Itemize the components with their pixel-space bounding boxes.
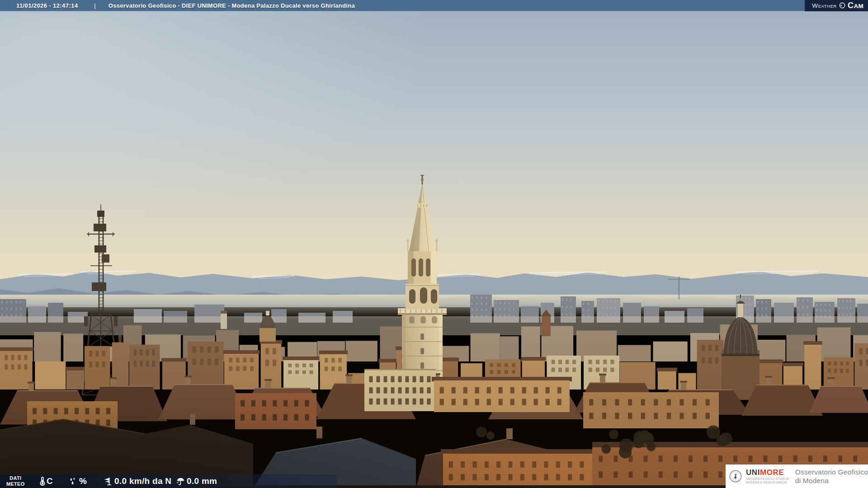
webcam-page: 11/01/2026 - 12:47:14 | Osservatorio Geo… bbox=[0, 0, 868, 488]
camera-title: Osservatorio Geofisico - DIEF UNIMORE - … bbox=[108, 2, 355, 9]
umbrella-icon bbox=[175, 476, 185, 486]
wind-value: 0.0 km/h da N bbox=[114, 474, 171, 488]
humidity-value: % bbox=[79, 474, 87, 488]
brand-subtitle: UNIVERSITÀ DEGLI STUDI DI MODENA E REGGI… bbox=[746, 477, 789, 483]
weathercam-part2: Cam bbox=[848, 1, 863, 10]
separator: | bbox=[94, 2, 95, 9]
observatory-name: Osservatorio Geofisico di Modena bbox=[795, 468, 868, 485]
light-veil bbox=[0, 285, 868, 488]
weathercam-part1: Weather bbox=[812, 2, 837, 9]
brand-more: MORE bbox=[760, 468, 784, 477]
unimore-seal-icon: 1175 bbox=[729, 467, 742, 486]
unimore-brand: UNIMORE UNIVERSITÀ DEGLI STUDI DI MODENA… bbox=[746, 469, 789, 483]
topbar: 11/01/2026 - 12:47:14 | Osservatorio Geo… bbox=[0, 0, 868, 11]
svg-text:1175: 1175 bbox=[735, 479, 737, 481]
dati-meteo-label: DATI METEO bbox=[6, 475, 25, 487]
datetime-text: 11/01/2026 - 12:47:14 bbox=[16, 2, 78, 9]
webcam-photo bbox=[0, 0, 868, 488]
temperature-value: C bbox=[47, 474, 53, 488]
brand-uni: UNI bbox=[746, 468, 760, 477]
weathercam-logo[interactable]: Weather Cam bbox=[805, 0, 868, 11]
rain-value: 0.0 mm bbox=[187, 474, 217, 488]
thermometer-icon bbox=[37, 476, 47, 486]
meteobar: DATI METEO C % 0.0 km/h da N 0. bbox=[0, 474, 337, 488]
unimore-logo[interactable]: 1175 UNIMORE UNIVERSITÀ DEGLI STUDI DI M… bbox=[726, 465, 868, 488]
droplets-icon bbox=[68, 476, 78, 486]
wind-flag-icon bbox=[102, 476, 112, 486]
weathercam-globe-icon bbox=[839, 2, 845, 9]
